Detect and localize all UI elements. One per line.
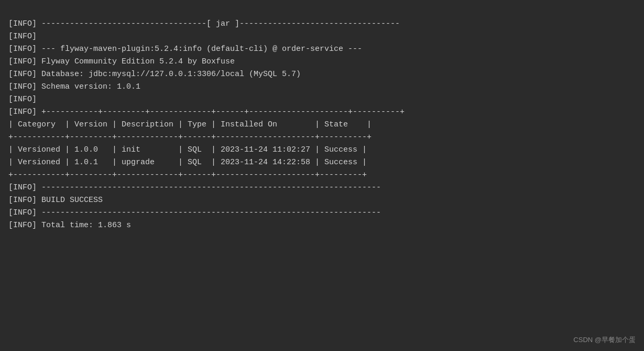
terminal-output: [INFO] ---------------------------------… <box>8 5 636 232</box>
terminal-line: [INFO] Total time: 1.863 s <box>8 219 636 232</box>
terminal-line: [INFO] Flyway Community Edition 5.2.4 by… <box>8 56 636 68</box>
terminal-line: [INFO] Schema version: 1.0.1 <box>8 81 636 93</box>
terminal-line: +-----------+---------+-------------+---… <box>8 169 636 182</box>
terminal-line: [INFO] ---------------------------------… <box>8 207 636 219</box>
terminal-line: +-----------+---------+-------------+---… <box>8 131 636 144</box>
terminal-line: [INFO] BUILD SUCCESS <box>8 194 636 207</box>
terminal-line: [INFO] <box>8 93 636 106</box>
terminal-line: | Versioned | 1.0.0 | init | SQL | 2023-… <box>8 144 636 156</box>
terminal-line: [INFO] <box>8 30 636 43</box>
terminal-line: [INFO] ---------------------------------… <box>8 182 636 194</box>
terminal-line: | Versioned | 1.0.1 | upgrade | SQL | 20… <box>8 156 636 169</box>
watermark: CSDN @早餐加个蛋 <box>573 335 636 346</box>
terminal-line: [INFO] ---------------------------------… <box>8 18 636 30</box>
terminal-line: [INFO] +-----------+---------+----------… <box>8 106 636 119</box>
terminal-line: [INFO] Database: jdbc:mysql://127.0.0.1:… <box>8 68 636 81</box>
terminal-line: | Category | Version | Description | Typ… <box>8 119 636 131</box>
terminal-line: [INFO] --- flyway-maven-plugin:5.2.4:inf… <box>8 43 636 56</box>
